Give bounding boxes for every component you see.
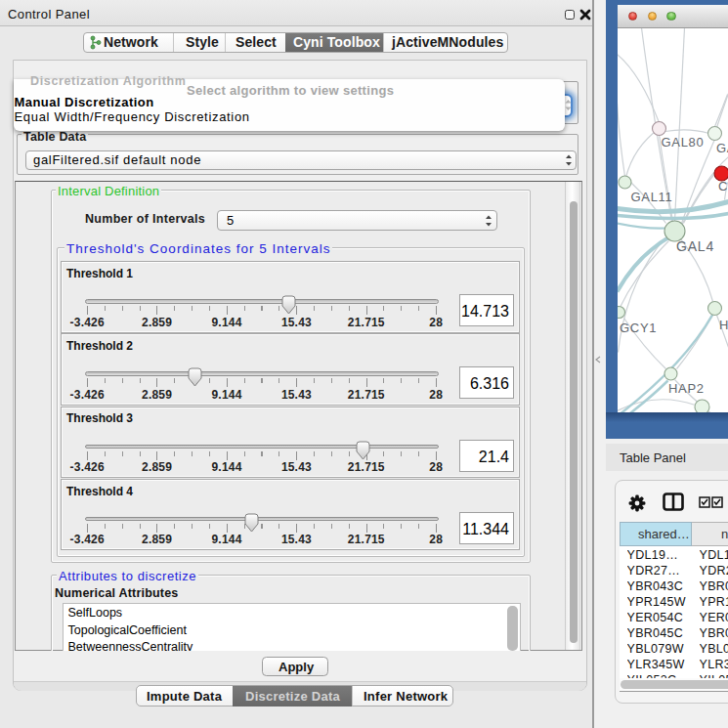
svg-text:HAP2: HAP2 [668, 380, 705, 395]
svg-text:GCY1: GCY1 [620, 321, 657, 335]
svg-text:GAL80: GAL80 [661, 135, 704, 150]
svg-text:GAL4: GAL4 [676, 237, 714, 253]
svg-text:H: H [719, 317, 728, 331]
svg-text:GA: GA [716, 140, 728, 154]
svg-text:C: C [718, 178, 728, 193]
svg-text:GAL11: GAL11 [630, 190, 672, 204]
